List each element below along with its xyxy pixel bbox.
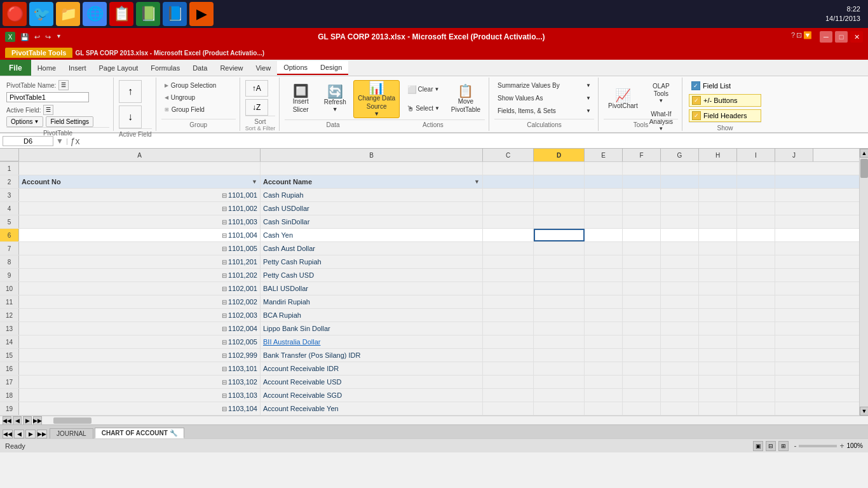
cell-i12[interactable] — [737, 309, 775, 322]
cell-h5[interactable] — [699, 215, 737, 228]
row-num-4[interactable]: 4 — [0, 202, 19, 215]
col-header-b[interactable]: B — [261, 149, 483, 161]
cell-e1[interactable] — [585, 162, 623, 175]
cell-b5[interactable]: Cash SinDollar — [261, 215, 483, 228]
menu-home[interactable]: Home — [31, 62, 62, 74]
cell-h15[interactable] — [699, 349, 737, 362]
cell-b10[interactable]: BALI USDollar — [261, 282, 483, 295]
sheet-first-button[interactable]: ◀◀ — [3, 430, 13, 438]
cell-c13[interactable] — [483, 322, 534, 335]
cell-b16[interactable]: Account Receivable IDR — [261, 362, 483, 375]
col-header-d[interactable]: D — [534, 149, 585, 161]
cell-a19[interactable]: ⊟1103,104 — [19, 402, 261, 415]
cell-d16[interactable] — [534, 362, 585, 375]
col-header-g[interactable]: G — [661, 149, 699, 161]
field-headers-button[interactable]: ✓ Field Headers — [689, 109, 761, 122]
cell-c2[interactable] — [483, 175, 534, 188]
restore-btn[interactable]: ⊡ — [796, 31, 802, 43]
cell-i2[interactable] — [737, 175, 775, 188]
tab-journal[interactable]: JOURNAL — [50, 428, 93, 438]
cell-d5[interactable] — [534, 215, 585, 228]
cell-h4[interactable] — [699, 202, 737, 215]
cell-i14[interactable] — [737, 336, 775, 348]
cell-f12[interactable] — [623, 309, 661, 322]
cell-b4[interactable]: Cash USDollar — [261, 202, 483, 215]
cell-h18[interactable] — [699, 389, 737, 402]
cell-e11[interactable] — [585, 295, 623, 308]
vertical-scrollbar[interactable]: ▲ ▼ — [859, 149, 868, 416]
col-header-a[interactable]: A — [19, 149, 261, 161]
cell-f19[interactable] — [623, 402, 661, 415]
cell-h1[interactable] — [699, 162, 737, 175]
cell-a8[interactable]: ⊟1101,201 — [19, 255, 261, 268]
normal-view-icon[interactable]: ▣ — [753, 441, 763, 451]
cell-g11[interactable] — [661, 295, 699, 308]
buttons-button[interactable]: ✓ +/- Buttons — [689, 94, 761, 107]
cell-h6[interactable] — [699, 229, 737, 241]
scroll-up-button[interactable]: ▲ — [860, 149, 868, 158]
cell-i17[interactable] — [737, 376, 775, 388]
cell-f9[interactable] — [623, 269, 661, 281]
cell-c18[interactable] — [483, 389, 534, 402]
cell-e3[interactable] — [585, 189, 623, 201]
col-header-j[interactable]: J — [775, 149, 813, 161]
cell-g10[interactable] — [661, 282, 699, 295]
cell-c15[interactable] — [483, 349, 534, 362]
cell-f10[interactable] — [623, 282, 661, 295]
cell-i3[interactable] — [737, 189, 775, 201]
cell-a1[interactable] — [19, 162, 261, 175]
cell-b7[interactable]: Cash Aust Dollar — [261, 242, 483, 255]
cell-c4[interactable] — [483, 202, 534, 215]
cell-c17[interactable] — [483, 376, 534, 388]
taskbar-icon-excel[interactable]: 📗 — [136, 2, 160, 26]
cell-e19[interactable] — [585, 402, 623, 415]
row-num-15[interactable]: 15 — [0, 349, 19, 362]
cell-a16[interactable]: ⊟1103,101 — [19, 362, 261, 375]
cell-g14[interactable] — [661, 336, 699, 348]
summarize-values-button[interactable]: Summarize Values By ▼ — [494, 80, 594, 91]
select-button[interactable]: 🖱 Select ▼ — [402, 100, 444, 118]
cell-h10[interactable] — [699, 282, 737, 295]
row-num-3[interactable]: 3 — [0, 189, 19, 201]
cell-i11[interactable] — [737, 295, 775, 308]
cell-e2[interactable] — [585, 175, 623, 188]
cell-h12[interactable] — [699, 309, 737, 322]
cell-g5[interactable] — [661, 215, 699, 228]
cell-g1[interactable] — [661, 162, 699, 175]
cell-d19[interactable] — [534, 402, 585, 415]
menu-review[interactable]: Review — [214, 62, 249, 74]
scroll-right-button[interactable]: ▶ — [23, 416, 32, 425]
col-header-e[interactable]: E — [585, 149, 623, 161]
cell-d6-selected[interactable] — [534, 229, 585, 241]
formula-input[interactable] — [83, 137, 865, 146]
row-num-18[interactable]: 18 — [0, 389, 19, 402]
cell-b14[interactable]: BII Australia Dollar — [261, 336, 483, 348]
cell-e15[interactable] — [585, 349, 623, 362]
cell-c16[interactable] — [483, 362, 534, 375]
cell-e5[interactable] — [585, 215, 623, 228]
cell-d10[interactable] — [534, 282, 585, 295]
cell-d13[interactable] — [534, 322, 585, 335]
cell-c14[interactable] — [483, 336, 534, 348]
clear-button[interactable]: ⬜ Clear ▼ — [402, 81, 444, 98]
menu-page-layout[interactable]: Page Layout — [93, 62, 145, 74]
menu-design[interactable]: Design — [314, 61, 348, 75]
cell-e8[interactable] — [585, 255, 623, 268]
help-btn[interactable]: ? — [791, 31, 795, 43]
row-num-17[interactable]: 17 — [0, 376, 19, 388]
cell-i18[interactable] — [737, 389, 775, 402]
cell-e13[interactable] — [585, 322, 623, 335]
taskbar-icon-word[interactable]: 📘 — [163, 2, 187, 26]
row-num-1[interactable]: 1 — [0, 162, 19, 175]
cell-e17[interactable] — [585, 376, 623, 388]
group-field-button[interactable]: ⊞ Group Field — [161, 104, 236, 115]
cell-a14[interactable]: ⊟1102,005 — [19, 336, 261, 348]
cell-d15[interactable] — [534, 349, 585, 362]
cell-f11[interactable] — [623, 295, 661, 308]
cell-c10[interactable] — [483, 282, 534, 295]
cell-b18[interactable]: Account Receivable SGD — [261, 389, 483, 402]
cell-g2[interactable] — [661, 175, 699, 188]
change-data-source-button[interactable]: 📊 Change Data Source ▼ — [353, 80, 400, 118]
options-button[interactable]: Options ▼ — [6, 116, 43, 127]
scroll-track[interactable] — [860, 158, 868, 407]
